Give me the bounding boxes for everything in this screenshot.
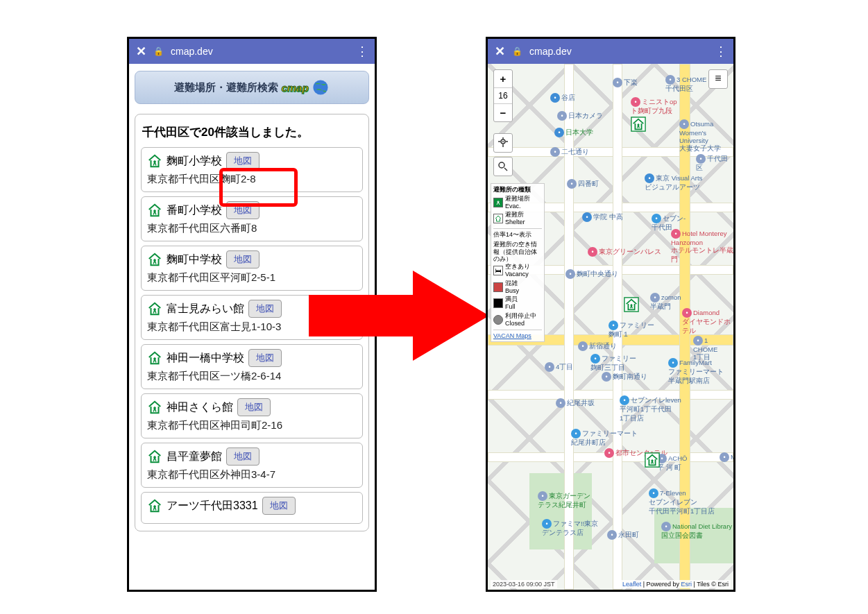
map-poi[interactable]: •ファミマ!!東京 デンテラス店 — [542, 519, 598, 538]
shelter-icon — [493, 214, 503, 223]
map-poi[interactable]: •千代田区 — [696, 154, 733, 173]
shelter-marker[interactable] — [631, 117, 646, 132]
map-button[interactable]: 地図 — [226, 447, 259, 466]
leaflet-link[interactable]: Leaflet — [622, 581, 641, 588]
map-poi[interactable]: •zomon 半蔵門 — [650, 293, 681, 312]
poi-icon: • — [668, 358, 678, 368]
map-poi[interactable]: •下楽 — [613, 78, 638, 87]
map-poi[interactable]: •麴町南通り — [602, 372, 647, 382]
shelter-marker[interactable] — [645, 452, 660, 468]
kebab-menu-icon[interactable]: ⋮ — [715, 44, 726, 59]
poi-label: 四番町 — [578, 180, 599, 187]
map-poi[interactable]: •ファミリー 麹町三丁目 — [590, 354, 636, 373]
map-poi[interactable]: •日本カメラ — [557, 111, 603, 121]
map-poi[interactable]: •学院 中高 — [582, 212, 623, 222]
map-poi[interactable]: •東京ガーデン テラス紀尾井町 — [538, 491, 590, 510]
map-poi[interactable]: •紀尾井坂 — [556, 398, 595, 408]
map-poi[interactable]: •Otsuma Women's University 大妻女子大学 — [679, 119, 721, 153]
zoom-control: + 16 − — [493, 69, 513, 122]
map-button[interactable]: 地図 — [226, 152, 259, 170]
map-poi[interactable]: •National Diet Library 国立国会図書 — [661, 522, 732, 540]
poi-icon: • — [602, 372, 611, 382]
legend-busy: 混雑 Busy — [505, 280, 519, 295]
map-button[interactable]: 地図 — [226, 250, 259, 268]
map-poi[interactable]: •谷店 — [550, 93, 575, 103]
map-poi[interactable]: •Diamond ダイヤモンドホテル — [682, 308, 733, 336]
result-address: 東京都千代田区六番町8 — [147, 222, 357, 235]
hamburger-icon: ≡ — [715, 72, 721, 84]
search-button[interactable] — [493, 157, 513, 176]
map-poi[interactable]: •新宿通り — [578, 341, 617, 351]
busy-icon — [493, 282, 503, 292]
poi-icon: • — [631, 97, 640, 107]
result-address: 東京都千代田区外神田3-4-7 — [147, 468, 357, 481]
zoom-in-button[interactable]: + — [494, 70, 512, 88]
map-poi[interactable]: •3 CHOME 千代田区 — [665, 75, 706, 94]
zoom-out-button[interactable]: − — [494, 104, 512, 121]
legend-scale-note: 倍率14〜表示 — [493, 231, 542, 239]
poi-icon: • — [557, 111, 567, 121]
map-poi[interactable]: •永田町 — [607, 530, 639, 540]
poi-label: 7-Eleven セブンイレブン 千代田平河町1丁目店 — [649, 489, 715, 515]
map-poi[interactable]: •FamilyMart ファミリーマート 半蔵門駅南店 — [668, 358, 724, 386]
map-poi[interactable]: •ファミリーマート 紀尾井町店 — [571, 429, 638, 447]
phone-right: ✕ 🔒 cmap.dev ⋮ + 16 − ≡ — [486, 37, 735, 592]
results-heading: 千代田区で20件該当しました。 — [141, 121, 363, 147]
map-poi[interactable]: •4丁目 — [545, 362, 573, 372]
map-poi[interactable]: •東京 Visual Arts ビジュアルアーツ — [645, 173, 702, 192]
map-poi[interactable]: •7-Eleven セブンイレブン 千代田平河町1丁目店 — [649, 488, 715, 516]
logo-text: cmap — [281, 82, 308, 94]
legend-closed: 利用停止中 Closed — [505, 312, 536, 327]
map-poi[interactable]: •Hotel Monterey Hanzomon ホテルモントレ半蔵門 — [671, 229, 733, 264]
locate-button[interactable] — [493, 133, 513, 153]
esri-link[interactable]: Esri — [681, 581, 692, 588]
poi-icon: • — [590, 354, 600, 364]
browser-bar: ✕ 🔒 cmap.dev ⋮ — [488, 39, 733, 64]
map-button[interactable]: 地図 — [226, 201, 259, 219]
poi-label: National Diet Library 国立国会図書 — [661, 522, 732, 539]
legend-evac: 避難場所 Evac. — [505, 195, 530, 210]
legend-full: 満員 Full — [505, 296, 518, 311]
map-timestamp: 2023-03-16 09:00 JST — [491, 580, 557, 588]
svg-point-4 — [499, 162, 504, 168]
poi-icon: • — [652, 214, 661, 223]
map-menu-button[interactable]: ≡ — [708, 69, 728, 89]
map-poi[interactable]: •ミニストop ト麹町プ九段 — [631, 97, 677, 116]
road — [488, 390, 733, 400]
kebab-menu-icon[interactable]: ⋮ — [356, 44, 368, 59]
vacan-link[interactable]: VACAN Maps — [493, 332, 531, 339]
map-button[interactable]: 地図 — [248, 300, 282, 318]
map-button[interactable]: 地図 — [262, 497, 296, 515]
svg-marker-1 — [309, 271, 489, 361]
map-button[interactable]: 地図 — [237, 398, 271, 416]
map-area[interactable]: + 16 − ≡ 避難所の種類 避難場所 Evac. 避難所 Shelter 倍… — [488, 64, 733, 590]
shelter-icon — [147, 400, 162, 415]
map-poi[interactable]: •ACHŌ 平 河 町 — [657, 454, 687, 472]
poi-icon: • — [554, 128, 564, 137]
map-poi[interactable]: •東京グリーンパレス — [588, 247, 661, 257]
shelter-marker-icon — [631, 117, 646, 132]
map-poi[interactable]: •麴町中央通り — [565, 269, 618, 279]
close-icon[interactable]: ✕ — [495, 44, 505, 59]
poi-label: 日本大学 — [565, 128, 593, 136]
map-attribution: Leaflet | Powered by Esri | Tiles © Esri — [620, 580, 731, 588]
close-icon[interactable]: ✕ — [136, 44, 146, 59]
poi-icon: • — [671, 229, 681, 239]
poi-icon: • — [578, 341, 588, 351]
map-poi[interactable]: •ファミリー 麴町１ — [609, 321, 654, 339]
result-address: 東京都千代田区神田司町2-16 — [147, 419, 357, 432]
poi-label: ファミリーマート 紀尾井町店 — [571, 429, 638, 446]
legend-vacancy-title: 避難所の空き情報（提供自治体のみ） — [493, 241, 542, 263]
map-poi[interactable]: •二七通り — [550, 147, 589, 157]
map-poi[interactable]: •セブンイレleven 平河町1丁千代田 1丁目店 — [620, 395, 681, 423]
map-button[interactable]: 地図 — [248, 349, 282, 367]
result-item: 昌平童夢館 地図 東京都千代田区外神田3-4-7 — [141, 443, 363, 488]
svg-point-3 — [502, 141, 504, 142]
map-poi[interactable]: •日本大学 — [554, 128, 593, 137]
poi-icon: • — [682, 308, 692, 318]
shelter-marker[interactable] — [624, 297, 639, 312]
map-poi[interactable]: •Miy — [720, 452, 733, 462]
map-poi[interactable]: •四番町 — [567, 179, 599, 189]
shelter-icon — [147, 350, 162, 366]
vacancy-icon: 🛏 — [493, 266, 503, 275]
